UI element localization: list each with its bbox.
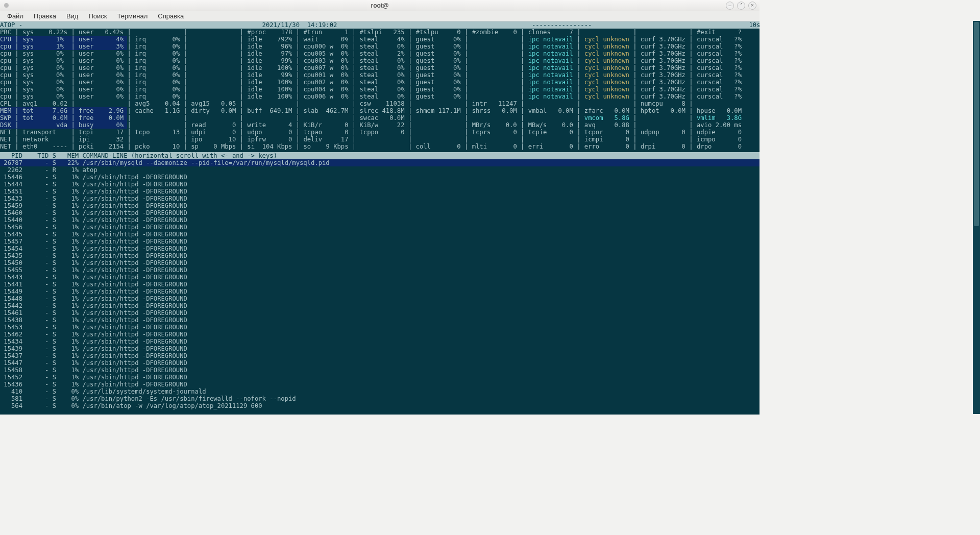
terminal-line: cpu | sys 0% | user 0% | irq 0% | | idle… [0, 57, 760, 64]
terminal-line: cpu | sys 0% | user 0% | irq 0% | | idle… [0, 93, 760, 100]
terminal-line: 15455 - S 1% /usr/sbin/httpd -DFOREGROUN… [0, 266, 760, 274]
terminal-line: 15445 - S 1% /usr/sbin/httpd -DFOREGROUN… [0, 231, 760, 238]
menubar: ФайлПравкаВидПоискТерминалСправка [0, 11, 760, 21]
terminal-line: 15452 - S 1% /usr/sbin/httpd -DFOREGROUN… [0, 374, 760, 381]
terminal-line: 15460 - S 1% /usr/sbin/httpd -DFOREGROUN… [0, 209, 760, 216]
terminal-line: cpu | sys 0% | user 0% | irq 0% | | idle… [0, 86, 760, 93]
terminal-line: 15459 - S 1% /usr/sbin/httpd -DFOREGROUN… [0, 202, 760, 209]
terminal-line: 15457 - S 1% /usr/sbin/httpd -DFOREGROUN… [0, 238, 760, 245]
menu-item-5[interactable]: Справка [153, 12, 189, 20]
terminal-line: 15438 - S 1% /usr/sbin/httpd -DFOREGROUN… [0, 317, 760, 324]
terminal-line: 26787 - S 22% /usr/sbin/mysqld --daemoni… [0, 159, 760, 166]
titlebar[interactable]: root@ – ˄ × [0, 0, 760, 11]
minimize-button[interactable]: – [726, 2, 734, 10]
terminal-line: 15451 - S 1% /usr/sbin/httpd -DFOREGROUN… [0, 188, 760, 195]
terminal-line: 15448 - S 1% /usr/sbin/httpd -DFOREGROUN… [0, 295, 760, 302]
app-menu-icon[interactable] [4, 3, 9, 8]
menu-item-4[interactable]: Терминал [112, 12, 153, 20]
terminal-line: cpu | sys 0% | user 0% | irq 0% | | idle… [0, 64, 760, 71]
terminal-line: 15436 - S 1% /usr/sbin/httpd -DFOREGROUN… [0, 381, 760, 388]
menu-item-1[interactable]: Правка [29, 12, 61, 20]
menu-item-0[interactable]: Файл [2, 12, 29, 20]
terminal-line: ATOP - 2021/11/30 14:19:02 -------------… [0, 21, 760, 29]
terminal-line: PRC | sys 0.22s | user 0.42s | | | #proc… [0, 29, 760, 36]
maximize-button[interactable]: ˄ [737, 2, 745, 10]
terminal-line: SWP | tot 0.0M | free 0.0M | | | | | swc… [0, 114, 760, 121]
terminal-line: 15440 - S 1% /usr/sbin/httpd -DFOREGROUN… [0, 216, 760, 224]
terminal-line: 2262 - R 1% atop [0, 166, 760, 174]
terminal-line: PID TID S MEM COMMAND-LINE (horizontal s… [0, 152, 760, 159]
terminal-line: DSK | vda | busy 0% | | read 0 | write 4… [0, 121, 760, 129]
terminal-line: 15449 - S 1% /usr/sbin/httpd -DFOREGROUN… [0, 288, 760, 295]
terminal-line: NET | eth0 ---- | pcki 2154 | pcko 10 | … [0, 143, 760, 150]
terminal-line: 564 - S 0% /usr/bin/atop -w /var/log/ato… [0, 402, 760, 409]
terminal-line: 15456 - S 1% /usr/sbin/httpd -DFOREGROUN… [0, 224, 760, 231]
terminal-line: NET | network | ipi 32 | | ipo 10 | ipfr… [0, 136, 760, 143]
terminal-line: 15442 - S 1% /usr/sbin/httpd -DFOREGROUN… [0, 302, 760, 309]
terminal-line: MEM | tot 7.6G | free 2.9G | cache 1.1G … [0, 107, 760, 114]
terminal-line: 15439 - S 1% /usr/sbin/httpd -DFOREGROUN… [0, 345, 760, 352]
terminal-line: 15458 - S 1% /usr/sbin/httpd -DFOREGROUN… [0, 367, 760, 374]
terminal-line: 15434 - S 1% /usr/sbin/httpd -DFOREGROUN… [0, 338, 760, 345]
terminal-output[interactable]: ATOP - 2021/11/30 14:19:02 -------------… [0, 21, 760, 415]
terminal-line: 15450 - S 1% /usr/sbin/httpd -DFOREGROUN… [0, 259, 760, 266]
terminal-line: 15453 - S 1% /usr/sbin/httpd -DFOREGROUN… [0, 324, 760, 331]
terminal-line: cpu | sys 0% | user 0% | irq 0% | | idle… [0, 71, 760, 79]
terminal-line: 15447 - S 1% /usr/sbin/httpd -DFOREGROUN… [0, 359, 760, 367]
terminal-line: 15454 - S 1% /usr/sbin/httpd -DFOREGROUN… [0, 245, 760, 252]
terminal-line: 15444 - S 1% /usr/sbin/httpd -DFOREGROUN… [0, 181, 760, 188]
terminal-line: CPU | sys 1% | user 4% | irq 0% | | idle… [0, 36, 760, 43]
terminal-line: 15461 - S 1% /usr/sbin/httpd -DFOREGROUN… [0, 309, 760, 317]
window-title: root@ [371, 2, 388, 9]
terminal-line: NET | transport | tcpi 17 | tcpo 13 | ud… [0, 129, 760, 136]
terminal-line: 15443 - S 1% /usr/sbin/httpd -DFOREGROUN… [0, 274, 760, 281]
close-button[interactable]: × [748, 2, 756, 10]
terminal-line: 15446 - S 1% /usr/sbin/httpd -DFOREGROUN… [0, 174, 760, 181]
terminal-line: cpu | sys 0% | user 0% | irq 0% | | idle… [0, 79, 760, 86]
terminal-line: cpu | sys 1% | user 3% | irq 0% | | idle… [0, 43, 760, 50]
app-window: root@ – ˄ × ФайлПравкаВидПоискТерминалСп… [0, 0, 760, 415]
terminal-line: 15437 - S 1% /usr/sbin/httpd -DFOREGROUN… [0, 352, 760, 359]
terminal-line: 581 - S 0% /usr/bin/python2 -Es /usr/sbi… [0, 395, 760, 402]
terminal-line: 410 - S 0% /usr/lib/systemd/systemd-jour… [0, 388, 760, 395]
terminal-line: 15435 - S 1% /usr/sbin/httpd -DFOREGROUN… [0, 252, 760, 259]
terminal-line: 15433 - S 1% /usr/sbin/httpd -DFOREGROUN… [0, 195, 760, 202]
scrollbar-thumb[interactable] [974, 22, 979, 226]
terminal-line: 15462 - S 1% /usr/sbin/httpd -DFOREGROUN… [0, 331, 760, 338]
menu-item-3[interactable]: Поиск [83, 12, 112, 20]
terminal-line: 15441 - S 1% /usr/sbin/httpd -DFOREGROUN… [0, 281, 760, 288]
scrollbar[interactable] [973, 21, 980, 414]
menu-item-2[interactable]: Вид [61, 12, 84, 20]
terminal-line: CPL | avg1 0.02 | | avg5 0.04 | avg15 0.… [0, 100, 760, 107]
terminal-line: cpu | sys 0% | user 0% | irq 0% | | idle… [0, 50, 760, 57]
